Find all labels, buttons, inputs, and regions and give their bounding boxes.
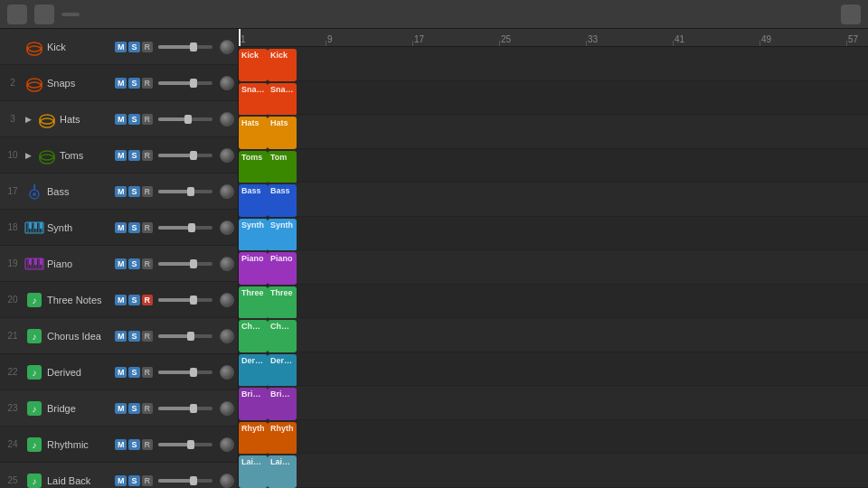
track-pan-knob[interactable] <box>220 76 234 90</box>
clip[interactable]: Derive <box>239 354 268 387</box>
clip[interactable]: Piano <box>239 252 268 285</box>
record-button[interactable]: R <box>142 114 154 125</box>
clip[interactable]: Chorus <box>268 320 297 352</box>
clip[interactable]: Bridge <box>268 388 297 420</box>
record-button[interactable]: R <box>142 222 154 233</box>
record-button[interactable]: R <box>142 475 154 486</box>
track-fader[interactable] <box>158 45 212 49</box>
clip[interactable]: Rhyth <box>268 422 297 455</box>
arrangement-track-row[interactable]: SnapsSnaps <box>239 81 868 116</box>
track-fader[interactable] <box>158 371 212 374</box>
track-pan-knob[interactable] <box>220 112 234 127</box>
track-fader[interactable] <box>158 117 212 121</box>
track-fader[interactable] <box>158 81 212 85</box>
arrangement-body[interactable]: KickKickSnapsSnapsHatsHatsTomsTomBassBas… <box>239 47 868 488</box>
track-play-button[interactable]: ▶ <box>22 113 34 126</box>
mute-button[interactable]: M <box>115 475 127 486</box>
record-button[interactable]: R <box>142 186 154 197</box>
solo-button[interactable]: S <box>128 186 139 197</box>
track-pan-knob[interactable] <box>220 40 234 54</box>
solo-button[interactable]: S <box>128 403 139 414</box>
mute-button[interactable]: M <box>115 114 127 125</box>
arrangement-track-row[interactable]: DeriveDerive <box>239 352 868 387</box>
track-pan-knob[interactable] <box>220 257 234 271</box>
record-button[interactable]: R <box>142 331 154 342</box>
mute-button[interactable]: M <box>115 295 127 305</box>
solo-button[interactable]: S <box>128 258 139 269</box>
track-fader[interactable] <box>158 334 212 338</box>
arrangement-track-row[interactable]: ChorusChorus <box>239 318 868 352</box>
clip[interactable]: Kick <box>268 49 297 81</box>
track-pan-knob[interactable] <box>220 293 234 307</box>
clip[interactable]: Laid B <box>268 455 297 488</box>
clip[interactable]: Kick <box>239 49 268 81</box>
clip[interactable]: Three <box>268 286 297 319</box>
track-pan-knob[interactable] <box>220 437 234 452</box>
arrangement-track-row[interactable]: RhythRhyth <box>239 420 868 455</box>
arrangement-track-row[interactable]: SynthSynth <box>239 217 868 251</box>
solo-button[interactable]: S <box>128 222 139 233</box>
mute-button[interactable]: M <box>115 331 127 342</box>
record-button[interactable]: R <box>142 295 154 305</box>
clip[interactable]: Rhyth <box>239 422 268 455</box>
clip[interactable]: Snaps <box>268 83 297 116</box>
solo-button[interactable]: S <box>128 331 139 342</box>
track-pan-knob[interactable] <box>220 148 234 163</box>
clip[interactable]: Hats <box>239 117 268 149</box>
clip[interactable]: Laid Ba <box>239 455 268 488</box>
record-button[interactable]: R <box>142 258 154 269</box>
mute-button[interactable]: M <box>115 186 127 197</box>
record-button[interactable]: R <box>142 403 154 414</box>
clip[interactable]: Synth <box>268 219 297 251</box>
solo-button[interactable]: S <box>128 475 139 486</box>
clip[interactable]: Bass <box>239 184 268 217</box>
add-button[interactable] <box>7 5 27 24</box>
record-button[interactable]: R <box>142 42 154 52</box>
track-play-button[interactable]: ▶ <box>22 149 34 162</box>
track-fader[interactable] <box>158 443 212 446</box>
track-pan-knob[interactable] <box>220 474 234 488</box>
clip[interactable]: Bridge <box>239 388 268 420</box>
record-button[interactable]: R <box>142 78 154 89</box>
clip[interactable]: Chorus <box>239 320 268 352</box>
arrangement-track-row[interactable]: PianoPiano <box>239 250 868 285</box>
clip[interactable]: Bass <box>268 184 297 217</box>
clip[interactable]: Snaps <box>239 83 268 116</box>
mute-button[interactable]: M <box>115 150 127 161</box>
clip[interactable]: Piano <box>268 252 297 285</box>
track-fader[interactable] <box>158 479 212 483</box>
arrangement-track-row[interactable]: TomsTom <box>239 149 868 183</box>
arrangement-track-row[interactable]: ThreeThree <box>239 285 868 319</box>
solo-button[interactable]: S <box>128 150 139 161</box>
clip[interactable]: Toms <box>239 151 268 183</box>
track-fader[interactable] <box>158 298 212 302</box>
solo-button[interactable]: S <box>128 367 139 378</box>
arrangement-track-row[interactable]: HatsHats <box>239 115 868 149</box>
solo-button[interactable]: S <box>128 295 139 305</box>
clip[interactable]: Tom <box>268 151 297 183</box>
record-button[interactable]: R <box>142 150 154 161</box>
track-pan-knob[interactable] <box>220 329 234 343</box>
solo-button[interactable]: S <box>128 439 139 450</box>
arrangement-track-row[interactable]: BassBass <box>239 183 868 217</box>
track-fader[interactable] <box>158 226 212 230</box>
mute-button[interactable]: M <box>115 78 127 89</box>
solo-button[interactable]: S <box>128 42 139 52</box>
record-button[interactable]: R <box>142 367 154 378</box>
clip[interactable]: Three <box>239 286 268 319</box>
arrangement-track-row[interactable]: Laid BaLaid B <box>239 454 868 488</box>
arrangement-track-row[interactable]: BridgeBridge <box>239 386 868 420</box>
mute-button[interactable]: M <box>115 258 127 269</box>
track-pan-knob[interactable] <box>220 184 234 199</box>
mute-button[interactable]: M <box>115 403 127 414</box>
mute-button[interactable]: M <box>115 439 127 450</box>
mute-button[interactable]: M <box>115 367 127 378</box>
track-fader[interactable] <box>158 190 212 193</box>
media-browser-button[interactable] <box>34 5 54 24</box>
track-fader[interactable] <box>158 407 212 410</box>
clip[interactable]: Derive <box>268 354 297 387</box>
track-fader[interactable] <box>158 262 212 266</box>
mute-button[interactable]: M <box>115 42 127 52</box>
mute-button[interactable]: M <box>115 222 127 233</box>
clip[interactable]: Synth <box>239 219 268 251</box>
